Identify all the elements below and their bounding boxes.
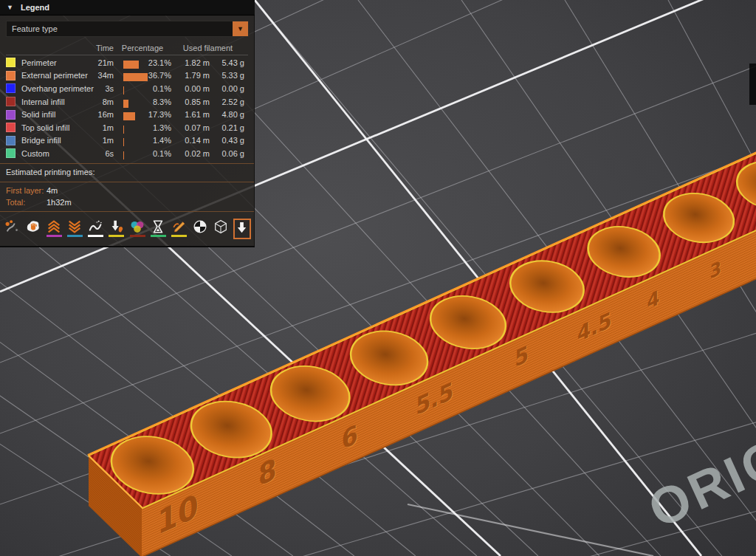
feature-row: External perimeter34m36.7%1.79 m5.33 g — [0, 69, 254, 83]
feature-time: 6s — [87, 149, 114, 158]
view-type-value: Feature type — [7, 24, 233, 33]
feature-color-swatch — [6, 83, 16, 93]
travels-icon[interactable] — [4, 219, 21, 239]
feature-row: Top solid infill1m1.3%0.07 m0.21 g — [0, 121, 254, 134]
feature-percentage: 0.1% — [114, 149, 171, 158]
center-of-mass-icon[interactable] — [191, 219, 208, 239]
feature-time: 3s — [87, 84, 114, 93]
feature-time: 16m — [87, 110, 114, 119]
feature-used-length: 0.00 m — [171, 84, 210, 93]
estimated-times: First layer:4mTotal:1h32m — [0, 185, 254, 208]
percentage-bar — [123, 73, 148, 81]
wipe-icon[interactable] — [24, 219, 41, 239]
feature-rows: Perimeter21m23.1%1.82 m5.43 gExternal pe… — [0, 56, 254, 160]
feature-color-swatch — [6, 110, 16, 120]
estimate-row: First layer:4m — [0, 185, 254, 196]
feature-row: Solid infill16m17.3%1.61 m4.80 g — [0, 108, 254, 121]
collapse-triangle-icon[interactable]: ▼ — [7, 4, 13, 11]
feature-used-length: 0.02 m — [171, 149, 210, 158]
legend-header[interactable]: ▼ Legend — [0, 0, 255, 16]
view-type-select[interactable]: Feature type ▼ — [6, 21, 249, 37]
feature-label: Overhang perimeter — [16, 84, 87, 93]
feature-label: Top solid infill — [16, 123, 87, 132]
feature-percentage: 1.3% — [114, 123, 171, 132]
feature-used-weight: 0.43 g — [210, 136, 244, 145]
percentage-bar — [123, 61, 139, 69]
divider — [0, 211, 254, 212]
retractions-icon[interactable] — [46, 219, 63, 239]
feature-time: 34m — [87, 71, 114, 80]
percentage-bar — [123, 138, 124, 146]
estimate-value: 1h32m — [47, 198, 72, 207]
feature-used-length: 1.79 m — [171, 71, 210, 80]
estimated-times-title: Estimated printing times: — [0, 166, 254, 179]
gcode-preview-window: ORIGI 101088665.55.5554.54.54433 — [0, 0, 756, 556]
legend-panel: ▼ Legend Feature type ▼ Time Percentage … — [0, 0, 255, 247]
feature-time: 1m — [87, 136, 114, 145]
feature-row: Perimeter21m23.1%1.82 m5.43 g — [0, 56, 254, 69]
feature-time: 8m — [87, 97, 114, 106]
seams-icon[interactable] — [87, 219, 104, 239]
percentage-bar — [123, 126, 124, 134]
column-time: Time — [87, 44, 114, 52]
feature-used-length: 0.07 m — [171, 123, 210, 132]
feature-time: 1m — [87, 123, 114, 132]
divider — [0, 163, 254, 164]
feature-used-weight: 0.06 g — [210, 149, 244, 158]
feature-used-weight: 0.00 g — [210, 84, 244, 93]
divider — [0, 182, 254, 182]
viewport-edge-artifact — [749, 64, 756, 105]
feature-color-swatch — [6, 148, 16, 158]
legend-title: Legend — [21, 3, 49, 12]
percentage-bar — [123, 112, 135, 120]
feature-percentage: 17.3% — [114, 110, 171, 119]
deretractions-icon[interactable] — [66, 219, 83, 239]
estimate-value: 4m — [47, 186, 58, 195]
legend-column-headers: Time Percentage Used filament — [0, 42, 254, 54]
feature-used-length: 0.85 m — [171, 97, 210, 106]
feature-label: Perimeter — [16, 58, 87, 67]
feature-used-weight: 5.43 g — [210, 58, 244, 67]
feature-row: Custom6s0.1%0.02 m0.06 g — [0, 147, 254, 160]
tool-changes-icon[interactable] — [108, 219, 125, 239]
color-changes-icon[interactable] — [129, 219, 146, 239]
estimate-label: Total: — [6, 198, 47, 207]
view-options-toolbar — [0, 214, 254, 240]
shells-icon[interactable] — [213, 219, 230, 239]
pause-prints-icon[interactable] — [150, 219, 167, 239]
feature-used-length: 1.82 m — [171, 58, 210, 67]
feature-percentage: 0.1% — [114, 84, 171, 93]
feature-percentage: 23.1% — [114, 58, 171, 67]
feature-label: Internal infill — [16, 97, 87, 106]
feature-used-weight: 4.80 g — [210, 110, 244, 119]
feature-color-swatch — [6, 58, 16, 67]
feature-used-length: 1.61 m — [171, 110, 210, 119]
feature-label: Custom — [16, 149, 87, 158]
tool-marker-icon[interactable] — [233, 219, 251, 239]
feature-used-weight: 2.52 g — [210, 97, 244, 106]
percentage-bar — [123, 100, 128, 108]
feature-color-swatch — [6, 97, 16, 106]
feature-row: Internal infill8m8.3%0.85 m2.52 g — [0, 95, 254, 109]
estimate-row: Total:1h32m — [0, 196, 254, 208]
header-divider — [6, 55, 248, 55]
feature-color-swatch — [6, 71, 16, 80]
dropdown-arrow-icon[interactable]: ▼ — [233, 21, 248, 36]
feature-used-length: 0.14 m — [171, 136, 210, 145]
feature-percentage: 36.7% — [114, 71, 171, 80]
legend-body: Feature type ▼ Time Percentage Used fila… — [0, 16, 255, 247]
estimate-label: First layer: — [6, 186, 47, 195]
feature-percentage: 8.3% — [114, 97, 171, 106]
feature-color-swatch — [6, 123, 16, 132]
feature-label: Solid infill — [16, 110, 87, 119]
feature-label: External perimeter — [16, 71, 87, 80]
feature-time: 21m — [87, 58, 114, 67]
column-percentage: Percentage — [114, 44, 171, 52]
custom-gcodes-icon[interactable] — [171, 219, 188, 239]
feature-percentage: 1.4% — [114, 136, 171, 145]
feature-row: Bridge infill1m1.4%0.14 m0.43 g — [0, 134, 254, 148]
percentage-bar — [123, 151, 124, 159]
feature-row: Overhang perimeter3s0.1%0.00 m0.00 g — [0, 82, 254, 95]
feature-color-swatch — [6, 136, 16, 145]
percentage-bar — [123, 86, 124, 95]
